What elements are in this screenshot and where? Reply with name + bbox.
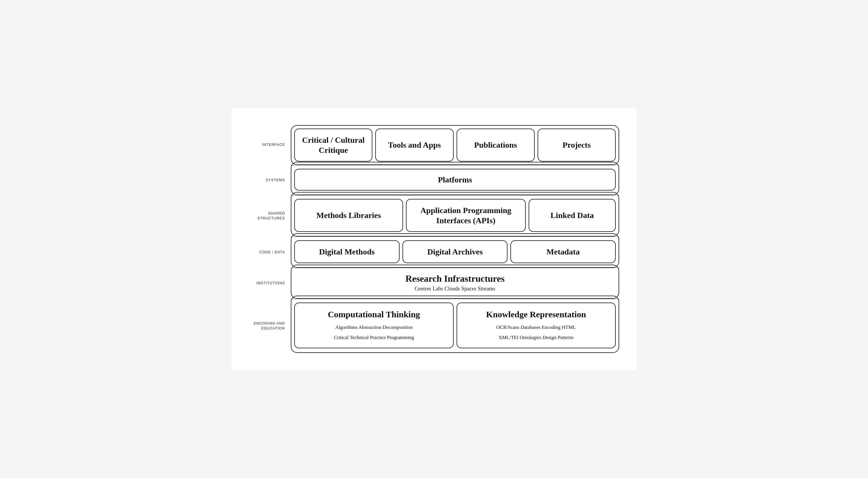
projects-box[interactable]: Projects	[537, 128, 616, 161]
institutions-content-area: Research Infrastructures Centres Labs Cl…	[291, 268, 619, 299]
metadata-text: Metadata	[547, 247, 580, 257]
code-grid: Digital Methods Digital Archives Metadat…	[291, 236, 619, 267]
projects-text: Projects	[562, 140, 591, 150]
interface-row: INTERFACE Critical / Cultural Critique T…	[243, 125, 619, 165]
shared-grid: Methods Libraries Application Programmin…	[291, 195, 619, 236]
metadata-box[interactable]: Metadata	[510, 240, 616, 263]
critical-cultural-box[interactable]: Critical / Cultural Critique	[294, 128, 372, 161]
systems-label: SYSTEMS	[266, 178, 285, 183]
tools-apps-text: Tools and Apps	[388, 140, 441, 150]
systems-content-area: Platforms	[291, 165, 619, 195]
platforms-box[interactable]: Platforms	[294, 169, 616, 190]
interface-boxes-grid: Critical / Cultural Critique Tools and A…	[294, 128, 616, 161]
shared-row: SHAREDSTRUCTURES Methods Libraries Appli…	[243, 196, 619, 237]
shared-content-area: Methods Libraries Application Programmin…	[291, 196, 619, 237]
code-label-area: CODE / DATA	[243, 237, 291, 268]
encoding-row: ENCODING andEDUCATION Computational Thin…	[243, 299, 619, 353]
encoding-outer-box: Computational Thinking Algorithms Abstra…	[291, 296, 619, 353]
encoding-label: ENCODING andEDUCATION	[253, 321, 285, 331]
critical-cultural-text: Critical / Cultural Critique	[300, 135, 367, 155]
digital-methods-text: Digital Methods	[319, 247, 375, 257]
systems-row: SYSTEMS Platforms	[243, 165, 619, 195]
institutions-row: INSTITUTIONS Research Infrastructures Ce…	[243, 268, 619, 299]
knowledge-representation-title: Knowledge Representation	[486, 309, 586, 319]
encoding-grid: Computational Thinking Algorithms Abstra…	[291, 298, 619, 352]
interface-outer-box: Critical / Cultural Critique Tools and A…	[291, 125, 619, 165]
research-infra-title: Research Infrastructures	[405, 273, 505, 284]
code-outer-box: Digital Methods Digital Archives Metadat…	[291, 233, 619, 268]
interface-label: INTERFACE	[262, 143, 285, 147]
methods-libraries-box[interactable]: Methods Libraries	[294, 199, 403, 232]
shared-label: SHAREDSTRUCTURES	[257, 211, 285, 221]
institutions-inner: Research Infrastructures Centres Labs Cl…	[291, 268, 619, 298]
institutions-label: INSTITUTIONS	[256, 281, 285, 286]
systems-label-area: SYSTEMS	[243, 165, 291, 195]
platforms-text: Platforms	[438, 175, 472, 185]
shared-outer-box: Methods Libraries Application Programmin…	[291, 192, 619, 237]
digital-archives-text: Digital Archives	[427, 247, 483, 257]
code-label: CODE / DATA	[259, 250, 285, 255]
shared-label-area: SHAREDSTRUCTURES	[243, 196, 291, 237]
code-row: CODE / DATA Digital Methods Digital Arch…	[243, 237, 619, 268]
computational-thinking-title: Computational Thinking	[328, 309, 420, 319]
apis-box[interactable]: Application Programming Interfaces (APIs…	[406, 199, 526, 232]
apis-text: Application Programming Interfaces (APIs…	[411, 205, 521, 226]
knowledge-representation-line2: XML/TEI Ontologies Design Patterns	[498, 333, 574, 341]
interface-content: Critical / Cultural Critique Tools and A…	[291, 125, 619, 165]
digital-methods-box[interactable]: Digital Methods	[294, 240, 400, 263]
encoding-label-area: ENCODING andEDUCATION	[243, 299, 291, 353]
publications-box[interactable]: Publications	[457, 128, 535, 161]
knowledge-representation-box[interactable]: Knowledge Representation OCR/Scans Datab…	[457, 303, 616, 348]
computational-thinking-line2: Critical Technical Practice Programming	[334, 333, 414, 341]
systems-outer-box: Platforms	[291, 162, 619, 195]
methods-libraries-text: Methods Libraries	[316, 210, 381, 220]
linked-data-box[interactable]: Linked Data	[529, 199, 616, 232]
computational-thinking-box[interactable]: Computational Thinking Algorithms Abstra…	[294, 303, 454, 348]
publications-text: Publications	[474, 140, 517, 150]
code-content-area: Digital Methods Digital Archives Metadat…	[291, 237, 619, 268]
research-infra-subtitle: Centres Labs Clouds Spaces Streams	[414, 286, 495, 292]
institutions-outer-box: Research Infrastructures Centres Labs Cl…	[291, 265, 619, 299]
computational-thinking-line1: Algorithms Abstraction Decomposition	[335, 323, 412, 331]
institutions-label-area: INSTITUTIONS	[243, 268, 291, 299]
knowledge-representation-line1: OCR/Scans Databases Encoding HTML	[496, 323, 576, 331]
tools-apps-box[interactable]: Tools and Apps	[375, 128, 454, 161]
digital-archives-box[interactable]: Digital Archives	[402, 240, 508, 263]
interface-label-area: INTERFACE	[243, 125, 291, 165]
encoding-content-area: Computational Thinking Algorithms Abstra…	[291, 299, 619, 353]
diagram: INTERFACE Critical / Cultural Critique T…	[231, 108, 637, 370]
linked-data-text: Linked Data	[550, 210, 594, 220]
systems-inner: Platforms	[291, 165, 619, 195]
